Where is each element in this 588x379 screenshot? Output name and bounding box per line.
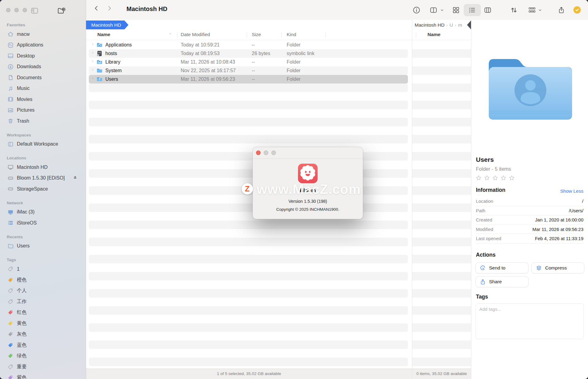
row-stripe [89, 340, 408, 349]
icon-view-button[interactable] [452, 0, 460, 20]
list-view-button[interactable] [468, 0, 476, 20]
sidebar-item-橙色[interactable]: 橙色 [0, 275, 86, 286]
sidebar-item-工作[interactable]: 工作 [0, 296, 86, 307]
show-less-link[interactable]: Show Less [560, 188, 583, 194]
file-row-hosts[interactable]: hostsToday at 08:19:5326 bytessymbolic l… [86, 49, 412, 58]
file-size: 26 bytes [252, 49, 270, 58]
add-tags-input[interactable]: Add tags... [476, 303, 584, 339]
workspace-icon [7, 141, 14, 147]
star-icon[interactable] [508, 175, 515, 181]
disclosure-chevron-icon[interactable] [92, 41, 96, 49]
breadcrumb-item[interactable]: U [450, 22, 453, 28]
server-icon [7, 220, 14, 226]
sidebar-item-bloom-1-5-30-ediso-[interactable]: Bloom 1.5.30 [EDiSO] [0, 173, 86, 184]
sidebar-item-红色[interactable]: 红色 [0, 307, 86, 318]
split-view-button[interactable] [429, 0, 438, 20]
sidebar-item-imac-3-[interactable]: iMac (3) [0, 207, 86, 218]
path-tab-macintosh-hd[interactable]: Macintosh HD [86, 20, 128, 29]
disclosure-chevron-icon[interactable] [92, 66, 96, 75]
disclosure-chevron-icon[interactable] [92, 49, 96, 58]
share-button[interactable] [557, 0, 566, 20]
star-icon[interactable] [484, 175, 490, 181]
eject-icon[interactable] [73, 175, 78, 181]
forward-button[interactable] [106, 4, 112, 12]
file-name: hosts [105, 49, 117, 58]
group-view-chevron[interactable] [537, 0, 545, 20]
breadcrumb-item[interactable]: Macintosh HD [415, 22, 444, 28]
sidebar-item-个人[interactable]: 个人 [0, 285, 86, 296]
row-stripe [412, 246, 471, 255]
file-row-applications[interactable]: ApplicationsToday at 10:59:21--Folder [86, 41, 412, 49]
sidebar-section-title: Recents [0, 233, 86, 241]
zoom-window-button[interactable] [23, 8, 27, 12]
sidebar-item-label: Documents [17, 75, 42, 80]
sidebar-item-紫色[interactable]: 紫色 [0, 372, 86, 379]
star-icon[interactable] [492, 175, 499, 181]
breadcrumb-separator-icon: › [455, 23, 456, 28]
toggle-sidebar-icon[interactable] [31, 7, 39, 15]
sidebar-item-downloads[interactable]: Downloads [0, 61, 86, 72]
sidebar-item-desktop[interactable]: Desktop [0, 50, 86, 61]
sidebar-item-label: Macintosh HD [17, 165, 47, 170]
info-label: Location [476, 199, 493, 204]
disclosure-chevron-icon[interactable] [92, 75, 96, 84]
close-window-button[interactable] [6, 8, 10, 12]
file-row-users[interactable]: UsersMar 11, 2026 at 09:56:23--Folder [86, 75, 412, 84]
sidebar-item-storagespace[interactable]: StorageSpace [0, 184, 86, 195]
rating-stars[interactable] [475, 175, 515, 181]
sidebar-item-macintosh-hd[interactable]: Macintosh HD [0, 162, 86, 173]
sidebar-item-documents[interactable]: Documents [0, 72, 86, 83]
row-stripe [412, 143, 471, 152]
compress-button[interactable]: Compress [531, 262, 584, 273]
sidebar-item-pictures[interactable]: Pictures [0, 105, 86, 116]
sort-button[interactable] [510, 0, 518, 20]
info-button[interactable] [412, 0, 421, 20]
sidebar-item-1[interactable]: 1 [0, 264, 86, 275]
file-size: -- [252, 58, 255, 66]
back-button[interactable] [93, 4, 100, 12]
information-rows: Location/Path/Users/CreatedJan 1, 2020 a… [476, 197, 583, 243]
dialog-close-button[interactable] [256, 150, 261, 155]
new-folder-icon[interactable] [57, 7, 66, 15]
sidebar-item-灰色[interactable]: 灰色 [0, 329, 86, 340]
column-header-name[interactable]: Name [97, 32, 110, 37]
column-header-kind[interactable]: Kind [287, 32, 296, 37]
column-header-name-second[interactable]: Name [428, 32, 440, 37]
column-header-date[interactable]: Date Modified [181, 32, 210, 37]
row-stripe [412, 272, 471, 281]
file-row-system[interactable]: SystemNov 22, 2025 at 16:17:57--Folder [86, 66, 412, 75]
sidebar-item-users[interactable]: Users [0, 241, 86, 252]
file-row-library[interactable]: LibraryMar 11, 2026 at 10:08:43--Folder [86, 58, 412, 66]
disclosure-chevron-icon[interactable] [92, 58, 96, 66]
row-stripe [412, 195, 471, 203]
sidebar-item-movies[interactable]: Movies [0, 94, 86, 105]
star-icon[interactable] [500, 175, 507, 181]
star-icon[interactable] [475, 175, 482, 181]
split-view-chevron[interactable] [439, 0, 447, 20]
sidebar-item-macw[interactable]: macw [0, 29, 86, 40]
send-to-button[interactable]: Send to [475, 262, 529, 273]
sidebar-item-trash[interactable]: Trash [0, 116, 86, 127]
sidebar-item-music[interactable]: Music [0, 83, 86, 94]
sidebar-item-label: 灰色 [17, 331, 27, 337]
sidebar-item-黄色[interactable]: 黄色 [0, 318, 86, 329]
sidebar-item-istoreos[interactable]: iStoreOS [0, 217, 86, 229]
window-controls [6, 8, 27, 12]
sidebar-item-default-workspace[interactable]: Default Workspace [0, 139, 86, 150]
column-header-size[interactable]: Size [252, 32, 261, 37]
minimize-window-button[interactable] [14, 8, 19, 12]
sidebar-item-applications[interactable]: Applications [0, 40, 86, 51]
tag-icon [7, 298, 14, 305]
sidebar-item-绿色[interactable]: 绿色 [0, 351, 86, 362]
row-stripe [89, 246, 408, 255]
sidebar-item-重要[interactable]: 重要 [0, 362, 86, 373]
sidebar-section-recents: RecentsUsers [0, 233, 86, 252]
verified-seal-button[interactable] [573, 0, 581, 20]
column-view-button[interactable] [483, 0, 492, 20]
sidebar-item-蓝色[interactable]: 蓝色 [0, 340, 86, 351]
row-stripe [89, 118, 408, 126]
action-button-label: Compress [545, 265, 567, 271]
share-button[interactable]: Share [475, 276, 529, 287]
breadcrumb-item[interactable]: m [458, 22, 462, 28]
group-view-button[interactable] [528, 0, 536, 20]
